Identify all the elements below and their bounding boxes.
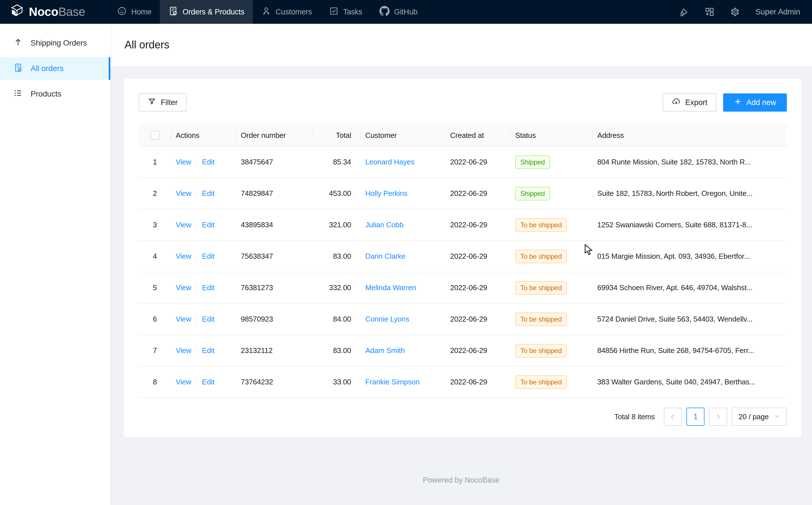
view-link[interactable]: View — [176, 252, 191, 261]
export-button[interactable]: Export — [662, 94, 716, 112]
sidebar-item-products[interactable]: Products — [0, 82, 110, 105]
view-link[interactable]: View — [176, 346, 191, 355]
check-square-icon — [329, 6, 339, 18]
nav-tab-orders-products[interactable]: Orders & Products — [160, 0, 253, 24]
edit-link[interactable]: Edit — [202, 158, 215, 166]
appstore-add-icon[interactable] — [705, 7, 715, 17]
cloud-download-icon — [672, 97, 681, 108]
column-header-address: Address — [593, 125, 787, 146]
order-number: 75638347 — [236, 252, 313, 261]
nav-tab-label: Home — [131, 8, 152, 16]
edit-link[interactable]: Edit — [202, 220, 215, 229]
nav-tab-github[interactable]: GitHub — [371, 0, 426, 24]
view-link[interactable]: View — [176, 189, 191, 198]
edit-link[interactable]: Edit — [202, 346, 215, 355]
address: Suite 182, 15783, North Robert, Oregon, … — [593, 189, 787, 198]
chevron-down-icon — [774, 412, 780, 421]
pagination-prev-button[interactable] — [664, 407, 682, 426]
customer-link[interactable]: Melinda Warren — [365, 283, 416, 292]
order-number: 76381273 — [236, 283, 313, 292]
order-total: 84.00 — [313, 315, 361, 324]
status-badge: To be shipped — [515, 375, 567, 389]
nav-tab-customers[interactable]: Customers — [253, 0, 320, 24]
edit-link[interactable]: Edit — [202, 315, 215, 323]
page-title: All orders — [124, 39, 170, 51]
table-row: 6 ViewEdit 98570923 84.00 Connie Lyons 2… — [139, 304, 787, 335]
customer-link[interactable]: Darin Clarke — [365, 252, 405, 261]
order-total: 33.00 — [313, 378, 361, 386]
user-menu[interactable]: Super Admin — [755, 7, 800, 16]
view-link[interactable]: View — [176, 158, 191, 166]
column-header-created-at: Created at — [446, 125, 511, 146]
customer-link[interactable]: Leonard Hayes — [365, 158, 415, 166]
view-link[interactable]: View — [176, 315, 191, 323]
address: 015 Margie Mission, Apt. 093, 34936, Ebe… — [593, 252, 787, 261]
order-number: 23132112 — [236, 346, 313, 355]
order-number: 73764232 — [236, 378, 313, 386]
nocobase-cube-icon — [10, 4, 24, 20]
pagination-next-button[interactable] — [709, 407, 727, 426]
settings-icon[interactable] — [730, 7, 740, 17]
divider — [196, 347, 197, 355]
nocobase-logo[interactable]: NocoBase — [0, 0, 109, 24]
select-all-checkbox[interactable] — [151, 131, 160, 140]
powered-by: Powered by NocoBase — [110, 476, 812, 485]
edit-link[interactable]: Edit — [202, 252, 215, 261]
sidebar-item-all-orders[interactable]: All orders — [0, 57, 110, 80]
sidebar-item-shipping-orders[interactable]: Shipping Orders — [0, 32, 110, 54]
view-link[interactable]: View — [176, 283, 191, 292]
arrow-up-icon — [14, 38, 23, 49]
nav-tabs: Home Orders & Products Cust — [109, 0, 426, 24]
nav-tab-home[interactable]: Home — [109, 0, 160, 24]
table-row: 8 ViewEdit 73764232 33.00 Frankie Simpso… — [139, 367, 787, 398]
row-index: 3 — [139, 220, 171, 229]
add-new-button[interactable]: Add new — [723, 94, 787, 112]
row-index: 1 — [139, 158, 171, 166]
divider — [196, 284, 197, 292]
divider — [196, 221, 197, 229]
column-header-status: Status — [511, 125, 593, 146]
customer-link[interactable]: Holly Perkins — [365, 189, 408, 198]
nav-tab-label: Customers — [276, 8, 312, 16]
page-header: All orders — [110, 24, 812, 66]
toolbar: Filter Export — [139, 94, 787, 112]
row-index: 6 — [139, 315, 171, 324]
table-header: Actions Order number Total Customer Crea… — [139, 125, 787, 147]
pagination-page-1[interactable]: 1 — [687, 407, 705, 426]
sidebar-item-label: Shipping Orders — [31, 38, 87, 47]
pagination-total: Total 8 items — [614, 412, 655, 421]
column-header-order-number: Order number — [236, 125, 313, 146]
table-row: 3 ViewEdit 43895834 321.00 Julian Cobb 2… — [139, 209, 787, 241]
sidebar: Shipping Orders All orders Products — [0, 24, 110, 505]
main-content: All orders Filter — [110, 24, 812, 505]
edit-link[interactable]: Edit — [202, 378, 215, 386]
view-link[interactable]: View — [176, 220, 191, 229]
customer-link[interactable]: Julian Cobb — [365, 220, 403, 229]
created-at: 2022-06-29 — [446, 315, 511, 324]
status-badge: To be shipped — [515, 344, 567, 357]
top-nav: NocoBase Home — [0, 0, 812, 24]
pagination: Total 8 items 1 20 / page — [139, 407, 787, 426]
nav-tab-tasks[interactable]: Tasks — [320, 0, 371, 24]
order-total: 83.00 — [313, 252, 361, 261]
sidebar-item-label: Products — [31, 90, 61, 99]
customer-link[interactable]: Connie Lyons — [365, 315, 410, 323]
page-size-select[interactable]: 20 / page — [732, 407, 787, 426]
filter-button[interactable]: Filter — [139, 94, 187, 112]
order-number: 74829847 — [236, 189, 313, 198]
customer-link[interactable]: Frankie Simpson — [365, 378, 420, 386]
edit-link[interactable]: Edit — [202, 283, 215, 292]
status-badge: To be shipped — [515, 218, 567, 232]
column-header-customer: Customer — [361, 125, 446, 146]
view-link[interactable]: View — [176, 378, 191, 386]
edit-link[interactable]: Edit — [202, 189, 215, 198]
list-icon — [14, 89, 23, 100]
nav-tab-label: Tasks — [343, 8, 362, 16]
order-total: 321.00 — [313, 220, 361, 229]
order-number: 98570923 — [236, 315, 313, 324]
table-row: 2 ViewEdit 74829847 453.00 Holly Perkins… — [139, 178, 787, 209]
nav-actions: Super Admin — [679, 0, 812, 24]
customer-link[interactable]: Adam Smith — [365, 346, 405, 355]
highlighter-icon[interactable] — [679, 7, 689, 17]
created-at: 2022-06-29 — [446, 283, 511, 292]
